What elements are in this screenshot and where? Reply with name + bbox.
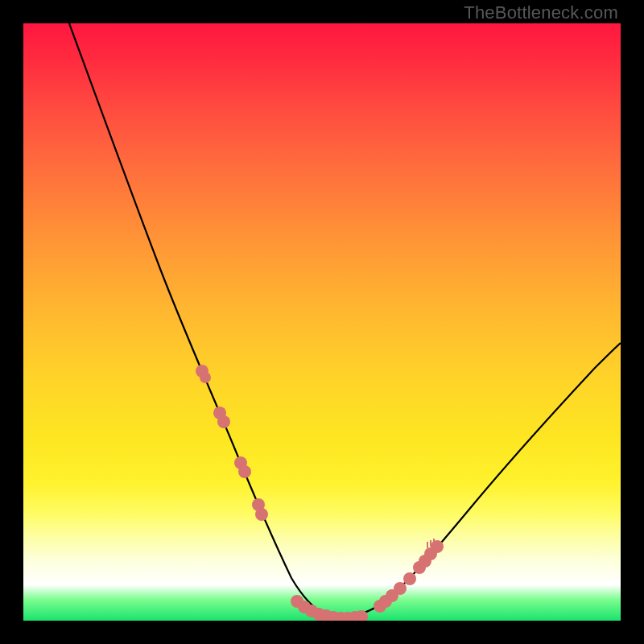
right-marker-cluster <box>374 539 444 613</box>
plot-area <box>23 23 621 621</box>
svg-point-7 <box>255 508 268 521</box>
svg-point-26 <box>431 540 444 553</box>
bottom-marker-cluster <box>291 595 368 621</box>
svg-point-3 <box>217 415 230 428</box>
watermark-text: TheBottleneck.com <box>464 2 618 23</box>
svg-point-21 <box>394 582 407 595</box>
outer-frame: TheBottleneck.com <box>0 0 644 644</box>
svg-point-1 <box>200 372 211 383</box>
svg-point-5 <box>238 465 251 478</box>
svg-point-22 <box>403 572 416 585</box>
main-curve <box>69 23 621 618</box>
chart-svg <box>23 23 621 621</box>
